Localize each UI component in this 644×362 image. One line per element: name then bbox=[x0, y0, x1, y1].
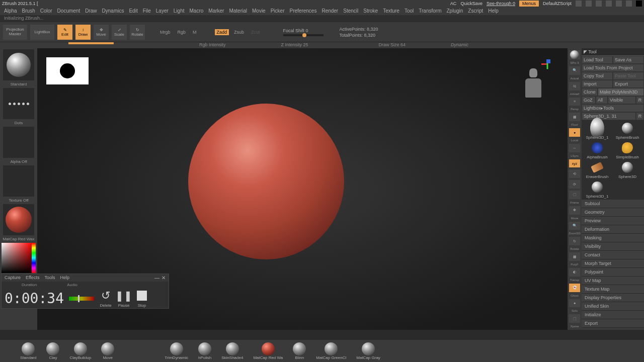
menu-transform[interactable]: Transform bbox=[419, 8, 441, 14]
rec-minimize-icon[interactable]: — bbox=[154, 275, 159, 281]
mrgb-toggle[interactable]: Mrgb bbox=[158, 30, 173, 35]
tool-r-button[interactable]: R bbox=[636, 112, 644, 120]
draw-button[interactable]: ↕Draw bbox=[75, 25, 91, 40]
section-unified[interactable]: Unified Skin bbox=[582, 302, 644, 311]
menu-layer[interactable]: Layer bbox=[156, 8, 169, 14]
floor-button[interactable]: ▦ bbox=[569, 113, 580, 121]
section-initialize[interactable]: Initialize bbox=[582, 311, 644, 319]
projection-master-button[interactable]: Projection Master bbox=[3, 25, 27, 40]
rec-pause-button[interactable]: ❚❚Pause bbox=[117, 289, 130, 308]
section-texturemap[interactable]: Texture Map bbox=[582, 285, 644, 294]
mat-redwax[interactable]: MatCap Red Wa bbox=[253, 342, 283, 360]
persp-button[interactable]: ≡ bbox=[569, 98, 580, 106]
brush-standard[interactable]: Standard bbox=[20, 342, 36, 360]
tool-eraserbrush[interactable]: EraserBrush bbox=[583, 160, 612, 179]
lsym-button[interactable]: ↔ bbox=[569, 144, 580, 152]
lightbox-tools-button[interactable]: Lightbox▸Tools bbox=[582, 104, 644, 112]
goz-button[interactable]: GoZ bbox=[582, 96, 596, 104]
menu-draw[interactable]: Draw bbox=[85, 8, 97, 14]
menu-edit[interactable]: Edit bbox=[129, 8, 137, 14]
menu-stencil[interactable]: Stencil bbox=[343, 8, 358, 14]
section-display[interactable]: Display Properties bbox=[582, 294, 644, 302]
rotate-view-button[interactable]: ↻ bbox=[569, 237, 580, 245]
menu-picker[interactable]: Picker bbox=[271, 8, 285, 14]
menu-alpha[interactable]: Alpha bbox=[4, 8, 17, 14]
menu-zplugin[interactable]: Zplugin bbox=[447, 8, 463, 14]
material-thumbnail[interactable] bbox=[3, 204, 34, 235]
rec-menu-capture[interactable]: Capture bbox=[5, 275, 21, 281]
brush-trimdynamic[interactable]: TrimDynamic bbox=[165, 342, 188, 360]
current-tool-label[interactable]: Sphere3D_1. 31 bbox=[582, 112, 636, 120]
goz-visible-button[interactable]: Visible bbox=[608, 96, 636, 104]
prev-icon[interactable] bbox=[576, 1, 582, 7]
brush-thumbnail[interactable] bbox=[3, 49, 34, 80]
next-icon[interactable] bbox=[586, 1, 592, 7]
default-script[interactable]: DefaultZScript bbox=[543, 1, 572, 6]
menu-render[interactable]: Render bbox=[321, 8, 338, 14]
section-subtool[interactable]: Subtool bbox=[582, 200, 644, 208]
tool-simplebrush[interactable]: SimpleBrush bbox=[613, 141, 642, 159]
color-picker[interactable] bbox=[2, 243, 32, 273]
section-polypaint[interactable]: Polypaint bbox=[582, 268, 644, 277]
tool-sphere3d1b[interactable]: Sphere3D_1 bbox=[583, 180, 612, 199]
hue-slider[interactable] bbox=[32, 243, 36, 273]
spix-label[interactable]: SPix 3 bbox=[570, 61, 579, 64]
stroke-thumbnail[interactable] bbox=[3, 88, 34, 119]
export-button[interactable]: Export bbox=[613, 80, 644, 88]
menu-marker[interactable]: Marker bbox=[208, 8, 224, 14]
rec-menu-tools[interactable]: Tools bbox=[44, 275, 55, 281]
menu-zscript[interactable]: Zscript bbox=[468, 8, 483, 14]
save-as-button[interactable]: Save As bbox=[613, 56, 644, 64]
rec-menu-effects[interactable]: Effects bbox=[26, 275, 39, 281]
focal-shift-slider[interactable] bbox=[283, 34, 324, 36]
scale-button[interactable]: ⤢Scale bbox=[112, 25, 127, 40]
menu-tool[interactable]: Tool bbox=[405, 8, 414, 14]
section-uvmap[interactable]: UV Map bbox=[582, 277, 644, 285]
rotate-button[interactable]: ↻Rotate bbox=[130, 25, 145, 40]
menu-macro[interactable]: Macro bbox=[190, 8, 204, 14]
mat-green[interactable]: MatCap GreenCl bbox=[316, 342, 346, 360]
menus-button[interactable]: Menus bbox=[519, 1, 539, 7]
rot-z-button[interactable]: ⟳ bbox=[569, 180, 580, 189]
move-view-button[interactable]: ✥ bbox=[569, 206, 580, 215]
brush-move[interactable]: Move bbox=[101, 342, 114, 360]
menu-brush[interactable]: Brush bbox=[22, 8, 35, 14]
polyf-button[interactable]: ▦ bbox=[569, 252, 580, 261]
xyz-button[interactable]: xyz bbox=[569, 159, 580, 168]
zcut-toggle[interactable]: Zcut bbox=[249, 30, 262, 35]
menu-material[interactable]: Material bbox=[229, 8, 247, 14]
make-polymesh-button[interactable]: Make PolyMesh3D bbox=[598, 88, 644, 96]
xpose-button[interactable]: ⬚ bbox=[569, 314, 580, 323]
bpr-button[interactable] bbox=[569, 50, 580, 59]
menu-movie[interactable]: Movie bbox=[252, 8, 266, 14]
window-icon[interactable] bbox=[606, 1, 612, 7]
goz-r-button[interactable]: R bbox=[636, 96, 644, 104]
goz-all-button[interactable]: All bbox=[596, 96, 608, 104]
brush-clay[interactable]: Clay bbox=[46, 342, 59, 360]
load-project-button[interactable]: Load Tools From Project bbox=[582, 64, 644, 72]
rgb-toggle[interactable]: Rgb bbox=[176, 30, 188, 35]
rec-close-icon[interactable]: ✕ bbox=[162, 275, 166, 281]
menu-stroke[interactable]: Stroke bbox=[363, 8, 378, 14]
menu-light[interactable]: Light bbox=[174, 8, 185, 14]
rec-delete-button[interactable]: ↺Delete bbox=[99, 289, 112, 308]
menu-dynamics[interactable]: Dynamics bbox=[102, 8, 124, 14]
zoom-button[interactable]: 🔍 bbox=[569, 222, 580, 230]
screen-recorder-window[interactable]: Capture Effects Tools Help —✕ Duration A… bbox=[1, 274, 169, 309]
actual-button[interactable]: 🔍 bbox=[569, 66, 580, 75]
tool-alphabrush[interactable]: AlphaBrush bbox=[583, 141, 612, 159]
paste-tool-button[interactable]: Paste Tool bbox=[613, 72, 644, 80]
zsub-toggle[interactable]: Zsub bbox=[232, 30, 246, 35]
mat-blinn[interactable]: Blinn bbox=[293, 342, 306, 360]
move-button[interactable]: ✥Move bbox=[94, 25, 109, 40]
brush-hpolish[interactable]: hPolish bbox=[198, 342, 211, 360]
section-morph[interactable]: Morph Target bbox=[582, 259, 644, 268]
section-export[interactable]: Export bbox=[582, 319, 644, 328]
rec-audio-meter[interactable] bbox=[69, 297, 94, 301]
local-button[interactable]: ● bbox=[569, 128, 580, 137]
lightbox-button[interactable]: LightBox bbox=[30, 25, 54, 40]
rec-stop-button[interactable]: Stop bbox=[135, 289, 148, 308]
menu-texture[interactable]: Texture bbox=[383, 8, 399, 14]
mat-skinshade[interactable]: SkinShade4 bbox=[221, 342, 243, 360]
tool-sphere3d1[interactable]: Sphere3D_1 bbox=[583, 121, 612, 140]
